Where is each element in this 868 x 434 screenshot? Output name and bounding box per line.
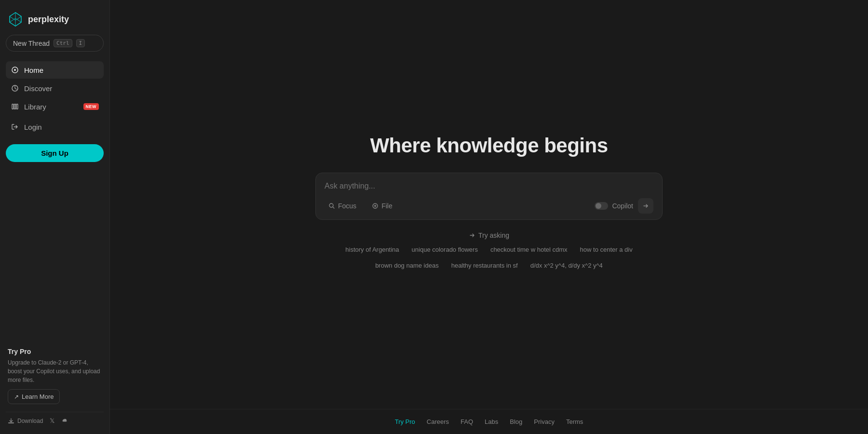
download-label: Download — [17, 418, 43, 424]
sidebar-item-discover[interactable]: Discover — [6, 80, 104, 97]
main-center: Where knowledge begins Focus Fil — [315, 134, 663, 271]
main-title: Where knowledge begins — [370, 134, 608, 157]
sidebar-item-home[interactable]: Home — [6, 61, 104, 79]
search-right-controls: Copilot — [595, 198, 653, 214]
copilot-toggle-switch[interactable] — [595, 202, 608, 210]
login-icon — [11, 122, 19, 131]
suggestion-chip-5[interactable]: healthy restaurants in sf — [448, 260, 522, 271]
try-asking-section: Try asking history of Argentina unique c… — [315, 231, 663, 271]
footer-labs[interactable]: Labs — [485, 418, 498, 425]
search-toolbar: Focus File Copilot — [325, 198, 653, 214]
footer-terms[interactable]: Terms — [566, 418, 583, 425]
sidebar: perplexity New Thread Ctrl I Home Discov… — [0, 0, 110, 434]
learn-more-button[interactable]: ↗ Learn More — [8, 389, 60, 404]
try-asking-label: Try asking — [469, 231, 509, 239]
sidebar-item-home-label: Home — [24, 66, 43, 74]
sidebar-item-library[interactable]: Library NEW — [6, 98, 104, 115]
new-thread-button[interactable]: New Thread Ctrl I — [6, 35, 104, 52]
try-asking-text: Try asking — [478, 231, 509, 239]
sidebar-item-login[interactable]: Login — [6, 118, 104, 136]
perplexity-logo-icon — [8, 12, 23, 27]
svg-rect-4 — [14, 104, 16, 109]
file-button[interactable]: File — [368, 200, 396, 212]
copilot-label: Copilot — [612, 202, 633, 210]
file-icon — [372, 203, 379, 209]
suggestion-row-2: brown dog name ideas healthy restaurants… — [371, 260, 607, 271]
suggestion-chip-1[interactable]: unique colorado flowers — [408, 244, 482, 255]
main-footer: Try Pro Careers FAQ Labs Blog Privacy Te… — [110, 409, 868, 434]
logo-area: perplexity — [6, 8, 104, 35]
try-pro-title: Try Pro — [8, 348, 102, 355]
suggestion-chip-6[interactable]: d/dx x^2 y^4, d/dy x^2 y^4 — [527, 260, 607, 271]
logo-text: perplexity — [28, 14, 69, 25]
twitter-link[interactable]: 𝕏 — [50, 417, 54, 424]
discover-icon — [11, 84, 19, 93]
sign-up-button[interactable]: Sign Up — [6, 144, 104, 162]
suggestion-chip-2[interactable]: checkout time w hotel cdmx — [487, 244, 571, 255]
footer-try-pro[interactable]: Try Pro — [395, 418, 415, 425]
svg-point-1 — [14, 69, 16, 71]
svg-rect-6 — [8, 422, 14, 423]
svg-rect-3 — [12, 104, 14, 109]
focus-label: Focus — [338, 202, 356, 210]
library-new-badge: NEW — [83, 103, 99, 110]
sidebar-bottom-links: Download 𝕏 — [6, 412, 104, 426]
shortcut-i: I — [76, 39, 85, 47]
main-content: Where knowledge begins Focus Fil — [110, 0, 868, 434]
copilot-toggle[interactable]: Copilot — [595, 202, 633, 210]
download-icon — [8, 418, 14, 424]
search-input[interactable] — [325, 182, 653, 190]
focus-button[interactable]: Focus — [325, 200, 360, 212]
new-thread-label: New Thread — [13, 40, 50, 47]
external-link-icon: ↗ — [14, 393, 19, 400]
suggestion-chip-4[interactable]: brown dog name ideas — [371, 260, 443, 271]
sidebar-item-discover-label: Discover — [24, 84, 52, 93]
svg-point-7 — [329, 203, 333, 207]
submit-arrow-icon — [642, 203, 649, 209]
suggestion-row-1: history of Argentina unique colorado flo… — [341, 244, 636, 255]
svg-rect-5 — [16, 104, 18, 109]
twitter-icon: 𝕏 — [50, 417, 54, 424]
focus-icon — [328, 203, 335, 209]
download-link[interactable]: Download — [8, 418, 43, 424]
discord-icon — [61, 418, 68, 424]
try-pro-section: Try Pro Upgrade to Claude-2 or GPT-4, bo… — [6, 342, 104, 408]
search-box: Focus File Copilot — [315, 173, 663, 220]
library-icon — [11, 102, 19, 111]
submit-button[interactable] — [638, 198, 653, 214]
learn-more-label: Learn More — [22, 393, 54, 400]
footer-blog[interactable]: Blog — [510, 418, 522, 425]
sidebar-item-library-label: Library — [24, 103, 46, 111]
footer-careers[interactable]: Careers — [427, 418, 449, 425]
try-pro-description: Upgrade to Claude-2 or GPT-4, boost your… — [8, 358, 102, 384]
footer-faq[interactable]: FAQ — [461, 418, 473, 425]
home-icon — [11, 66, 19, 74]
footer-privacy[interactable]: Privacy — [534, 418, 555, 425]
arrow-icon — [469, 232, 475, 239]
shortcut-ctrl: Ctrl — [54, 39, 72, 47]
suggestion-chip-0[interactable]: history of Argentina — [341, 244, 403, 255]
suggestion-chip-3[interactable]: how to center a div — [576, 244, 637, 255]
sidebar-item-login-label: Login — [24, 123, 42, 131]
discord-link[interactable] — [61, 418, 68, 424]
file-label: File — [381, 202, 393, 210]
